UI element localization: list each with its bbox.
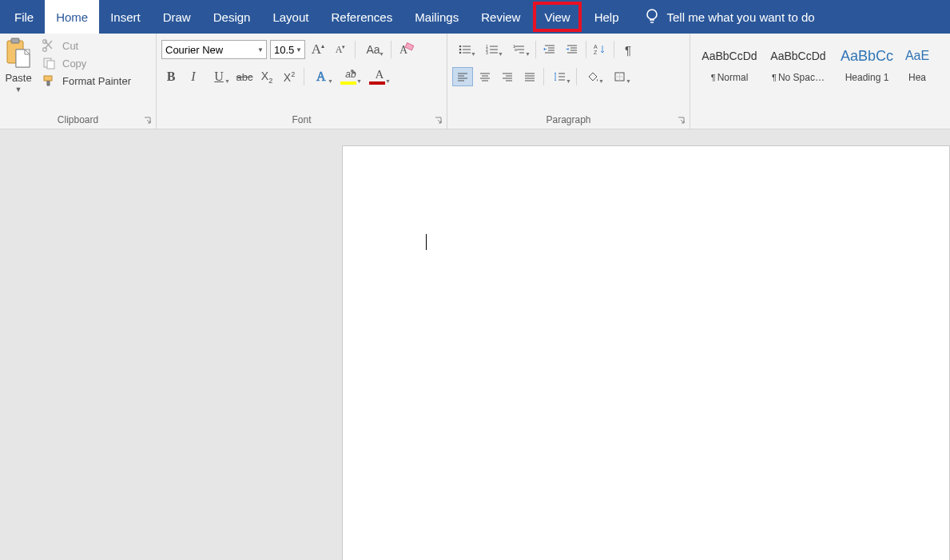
font-name-select[interactable]: Courier New ▼ [161, 40, 267, 59]
justify-icon [523, 71, 536, 82]
svg-point-13 [459, 49, 462, 51]
style-normal[interactable]: AaBbCcDd ¶Normal [695, 42, 764, 85]
tell-me-search[interactable]: Tell me what you want to do [645, 0, 815, 34]
sort-icon: AZ [594, 44, 606, 55]
ribbon-tabs: File Home Insert Draw Design Layout Refe… [0, 0, 950, 34]
font-color-icon: A [376, 68, 384, 81]
tab-layout[interactable]: Layout [261, 0, 320, 34]
tab-mailings[interactable]: Mailings [403, 0, 470, 34]
style-heading-2[interactable]: AaE Hea [901, 42, 933, 85]
style-heading-1[interactable]: AaBbCc Heading 1 [833, 42, 901, 85]
paste-icon [5, 37, 32, 70]
chevron-down-icon: ▼ [566, 78, 571, 84]
eraser-icon: A [398, 42, 414, 57]
svg-rect-8 [44, 76, 52, 81]
shrink-font-button[interactable]: A▾ [331, 40, 350, 59]
font-size-select[interactable]: 10.5 ▼ [270, 40, 305, 59]
lightbulb-icon [645, 6, 659, 28]
tab-file[interactable]: File [3, 0, 45, 34]
borders-button[interactable]: ▼ [607, 67, 633, 86]
separator [355, 41, 356, 58]
font-color-button[interactable]: A ▼ [367, 67, 392, 86]
subscript-button[interactable]: X2 [257, 67, 276, 86]
dialog-launcher-icon[interactable] [677, 116, 686, 125]
chevron-down-icon: ▼ [379, 51, 384, 57]
separator [576, 68, 577, 85]
document-page[interactable] [342, 145, 950, 560]
borders-icon [614, 71, 626, 82]
svg-rect-7 [47, 61, 54, 69]
svg-point-0 [647, 10, 657, 19]
align-left-button[interactable] [452, 67, 473, 86]
group-styles: AaBbCcDd ¶Normal AaBbCcDd ¶No Spac… AaBb… [690, 34, 950, 129]
sort-button[interactable]: AZ [590, 40, 610, 59]
underline-icon: U [214, 70, 224, 84]
change-case-button[interactable]: Aa▼ [360, 40, 386, 59]
text-cursor [426, 234, 427, 250]
separator [391, 41, 392, 58]
paste-button[interactable]: Paste ▼ [5, 37, 37, 93]
clear-formatting-button[interactable]: A [396, 40, 415, 59]
tell-me-label: Tell me what you want to do [667, 10, 815, 24]
align-center-button[interactable] [475, 67, 495, 86]
chevron-down-icon: ▼ [257, 46, 264, 54]
group-font: Courier New ▼ 10.5 ▼ A▴ A▾ Aa▼ A [157, 34, 447, 129]
style-preview: AaBbCcDd [702, 43, 757, 69]
underline-button[interactable]: U▼ [206, 67, 232, 86]
shading-button[interactable]: ▼ [580, 67, 606, 86]
tab-insert[interactable]: Insert [99, 0, 152, 34]
tab-references[interactable]: References [320, 0, 403, 34]
style-preview: AaE [905, 43, 929, 69]
group-paragraph: ▼ 123 ▼ 1a ▼ [447, 34, 690, 129]
tab-home[interactable]: Home [45, 0, 99, 34]
tab-draw[interactable]: Draw [152, 0, 202, 34]
group-label-font: Font [161, 113, 442, 129]
style-name: ¶No Spac… [772, 72, 825, 83]
decrease-indent-button[interactable] [539, 40, 560, 59]
dialog-launcher-icon[interactable] [143, 116, 153, 125]
align-center-icon [479, 71, 491, 82]
numbering-button[interactable]: 123 ▼ [479, 40, 505, 59]
copy-button[interactable]: Copy [42, 56, 131, 70]
justify-button[interactable] [519, 67, 540, 86]
multilevel-list-button[interactable]: 1a ▼ [507, 40, 532, 59]
bold-button[interactable]: B [161, 67, 181, 86]
svg-text:3: 3 [486, 50, 488, 55]
style-no-spacing[interactable]: AaBbCcDd ¶No Spac… [764, 42, 833, 85]
group-label-clipboard: Clipboard [5, 113, 151, 129]
text-effects-button[interactable]: A ▼ [309, 67, 335, 86]
bullets-icon [459, 44, 471, 55]
show-paragraph-marks-button[interactable]: ¶ [618, 40, 638, 59]
grow-font-icon: A▴ [312, 42, 324, 58]
strikethrough-button[interactable]: abc [235, 67, 254, 86]
format-painter-label: Format Painter [62, 75, 131, 87]
highlight-button[interactable]: ab ✎ ▼ [338, 67, 364, 86]
page-gutter [0, 129, 342, 560]
svg-rect-2 [11, 38, 19, 43]
line-spacing-button[interactable]: ▼ [547, 67, 573, 86]
cut-button[interactable]: Cut [42, 38, 131, 53]
group-label-paragraph: Paragraph [452, 113, 685, 129]
grow-font-button[interactable]: A▴ [308, 40, 328, 59]
bullets-button[interactable]: ▼ [452, 40, 478, 59]
bold-icon: B [167, 70, 176, 84]
tab-design[interactable]: Design [202, 0, 262, 34]
increase-indent-button[interactable] [562, 40, 582, 59]
dialog-launcher-icon[interactable] [434, 116, 443, 125]
numbering-icon: 123 [486, 44, 499, 55]
group-clipboard: Paste ▼ Cut Copy [0, 34, 157, 129]
style-name: ¶Normal [711, 72, 749, 83]
format-painter-button[interactable]: Format Painter [42, 73, 131, 88]
increase-indent-icon [566, 44, 578, 55]
italic-button[interactable]: I [184, 67, 203, 86]
pilcrow-icon: ¶ [625, 43, 631, 57]
tab-help[interactable]: Help [583, 0, 630, 34]
style-name: Hea [908, 72, 926, 83]
superscript-button[interactable]: X2 [280, 67, 299, 86]
scissors-icon [42, 38, 58, 53]
multilevel-list-icon: 1a [513, 44, 526, 55]
font-name-value: Courier New [165, 44, 223, 56]
align-right-button[interactable] [497, 67, 518, 86]
tab-review[interactable]: Review [470, 0, 531, 34]
tab-view[interactable]: View [533, 2, 581, 32]
